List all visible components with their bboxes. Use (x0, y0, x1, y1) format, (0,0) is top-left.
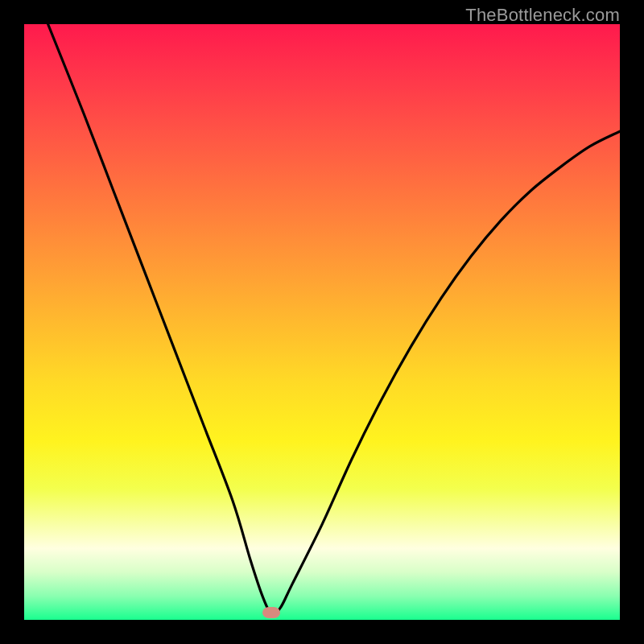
watermark-text: TheBottleneck.com (465, 5, 620, 26)
plot-area (24, 24, 620, 620)
bottleneck-curve (24, 24, 620, 620)
chart-frame: TheBottleneck.com (0, 0, 644, 644)
optimal-marker (262, 607, 280, 618)
